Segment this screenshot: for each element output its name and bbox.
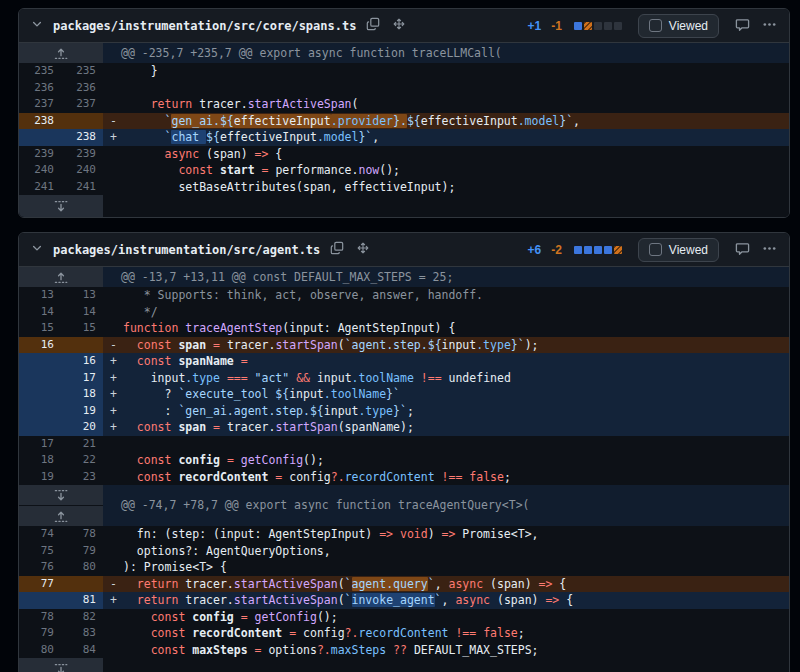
new-line-number[interactable]: 238 [61, 129, 103, 146]
added-line-row: 19+ : `gen_ai.agent.step.${input.type}`; [19, 403, 789, 420]
copy-path-button[interactable] [364, 15, 382, 36]
copy-path-button[interactable] [328, 239, 346, 260]
diff-block-add [604, 246, 612, 254]
code-line: */ [123, 304, 789, 321]
fold-up-icon [54, 510, 68, 523]
old-line-number[interactable]: 13 [19, 287, 61, 304]
drag-file-button[interactable] [354, 239, 372, 260]
new-line-number[interactable]: 16 [61, 353, 103, 370]
hunk-header-row: @@ -13,7 +13,11 @@ const DEFAULT_MAX_STE… [19, 267, 789, 287]
diff-table: @@ -13,7 +13,11 @@ const DEFAULT_MAX_STE… [19, 267, 789, 672]
old-line-number[interactable]: 78 [19, 609, 61, 626]
new-line-number[interactable]: 19 [61, 403, 103, 420]
old-line-number[interactable]: 236 [19, 80, 61, 97]
old-line-number[interactable] [19, 386, 61, 403]
new-line-number[interactable]: 22 [61, 452, 103, 469]
new-line-number[interactable] [61, 576, 103, 593]
viewed-checkbox-icon[interactable] [649, 19, 662, 32]
code-line: : `gen_ai.agent.step.${input.type}`; [123, 403, 789, 420]
diff-marker [103, 304, 123, 321]
viewed-label: Viewed [669, 19, 708, 33]
new-line-number[interactable]: 78 [61, 526, 103, 543]
new-line-number[interactable]: 236 [61, 80, 103, 97]
new-line-number[interactable]: 18 [61, 386, 103, 403]
added-line-row: 16+ const spanName = [19, 353, 789, 370]
old-line-number[interactable]: 17 [19, 436, 61, 453]
viewed-toggle-button[interactable]: Viewed [638, 14, 719, 38]
expand-down-button[interactable] [19, 658, 103, 672]
old-line-number[interactable]: 74 [19, 526, 61, 543]
new-line-number[interactable]: 81 [61, 592, 103, 609]
collapse-file-button[interactable] [29, 16, 45, 35]
comment-button[interactable] [733, 15, 752, 37]
collapse-file-button[interactable] [29, 240, 45, 259]
new-line-number[interactable]: 15 [61, 320, 103, 337]
new-line-number[interactable]: 239 [61, 146, 103, 163]
old-line-number[interactable] [19, 403, 61, 420]
expand-up-button[interactable] [19, 43, 103, 63]
file-header: packages/instrumentation/src/agent.ts +6… [19, 233, 789, 267]
old-line-number[interactable] [19, 370, 61, 387]
expand-up-button[interactable] [19, 267, 103, 287]
new-line-number[interactable] [61, 337, 103, 354]
new-line-number[interactable]: 79 [61, 543, 103, 560]
viewed-toggle-button[interactable]: Viewed [638, 238, 719, 262]
additions-count: +1 [528, 19, 542, 33]
file-path-link[interactable]: packages/instrumentation/src/agent.ts [53, 243, 320, 257]
old-line-number[interactable] [19, 353, 61, 370]
file-menu-button[interactable] [760, 239, 779, 261]
old-line-number[interactable]: 237 [19, 96, 61, 113]
expand-down-button[interactable] [19, 195, 103, 217]
old-line-number[interactable] [19, 129, 61, 146]
context-line-row: 7579 options?: AgentQueryOptions, [19, 543, 789, 560]
file-menu-button[interactable] [760, 15, 779, 37]
code-line: } [123, 63, 789, 80]
old-line-number[interactable]: 76 [19, 559, 61, 576]
new-line-number[interactable]: 83 [61, 625, 103, 642]
code-line [123, 436, 789, 453]
old-line-number[interactable]: 239 [19, 146, 61, 163]
viewed-checkbox-icon[interactable] [649, 243, 662, 256]
new-line-number[interactable]: 241 [61, 179, 103, 196]
new-line-number[interactable]: 80 [61, 559, 103, 576]
new-line-number[interactable] [61, 113, 103, 130]
added-line-row: 81+ return tracer.startActiveSpan(`invok… [19, 592, 789, 609]
old-line-number[interactable]: 19 [19, 469, 61, 486]
new-line-number[interactable]: 237 [61, 96, 103, 113]
old-line-number[interactable]: 18 [19, 452, 61, 469]
expand-down-button[interactable] [19, 485, 103, 505]
new-line-number[interactable]: 84 [61, 642, 103, 659]
new-line-number[interactable]: 17 [61, 370, 103, 387]
new-line-number[interactable]: 240 [61, 162, 103, 179]
old-line-number[interactable]: 238 [19, 113, 61, 130]
old-line-number[interactable]: 16 [19, 337, 61, 354]
code-line: const maxSteps = options?.maxSteps ?? DE… [123, 642, 789, 659]
old-line-number[interactable] [19, 419, 61, 436]
new-line-number[interactable]: 20 [61, 419, 103, 436]
old-line-number[interactable]: 80 [19, 642, 61, 659]
diff-marker: + [103, 386, 123, 403]
old-line-number[interactable] [19, 592, 61, 609]
old-line-number[interactable]: 240 [19, 162, 61, 179]
comment-button[interactable] [733, 239, 752, 261]
old-line-number[interactable]: 79 [19, 625, 61, 642]
added-line-row: 18+ ? `execute_tool ${input.toolName}` [19, 386, 789, 403]
drag-file-button[interactable] [390, 15, 408, 36]
context-line-row: 236236 [19, 80, 789, 97]
new-line-number[interactable]: 235 [61, 63, 103, 80]
old-line-number[interactable]: 241 [19, 179, 61, 196]
new-line-number[interactable]: 82 [61, 609, 103, 626]
new-line-number[interactable]: 14 [61, 304, 103, 321]
old-line-number[interactable]: 77 [19, 576, 61, 593]
drag-handle-icon [356, 241, 370, 258]
expand-up-button[interactable] [19, 505, 103, 526]
old-line-number[interactable]: 235 [19, 63, 61, 80]
old-line-number[interactable]: 15 [19, 320, 61, 337]
hunk-header-text: @@ -235,7 +235,7 @@ export async functio… [103, 43, 789, 63]
file-path-link[interactable]: packages/instrumentation/src/core/spans.… [53, 19, 356, 33]
old-line-number[interactable]: 14 [19, 304, 61, 321]
new-line-number[interactable]: 21 [61, 436, 103, 453]
old-line-number[interactable]: 75 [19, 543, 61, 560]
new-line-number[interactable]: 13 [61, 287, 103, 304]
new-line-number[interactable]: 23 [61, 469, 103, 486]
